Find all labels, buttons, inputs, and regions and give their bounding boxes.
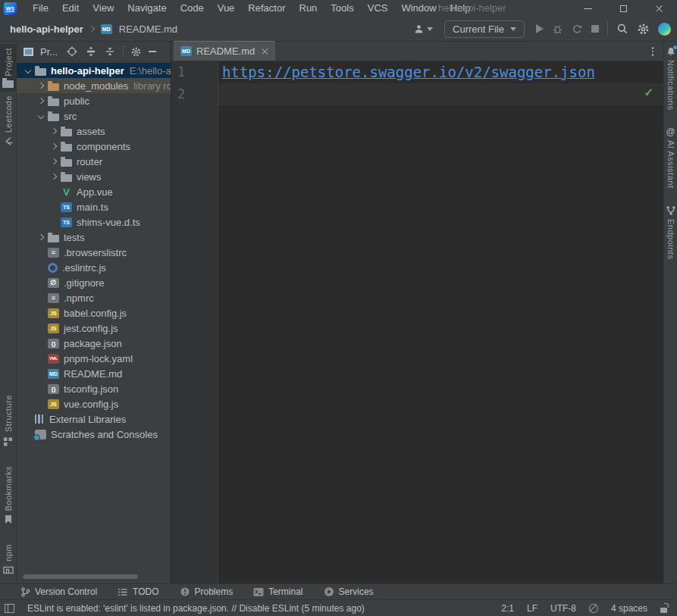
run-with-coverage-button[interactable] (572, 23, 583, 35)
tree-row[interactable]: .eslintrc.js (17, 260, 171, 275)
editor-body[interactable]: 1 2 https://petstore.swagger.io/v2/swagg… (171, 61, 663, 583)
chevron-right-icon[interactable] (36, 80, 47, 92)
tree-row[interactable]: views (17, 169, 171, 184)
run-button[interactable] (536, 24, 544, 33)
tree-row[interactable]: package.json (17, 336, 171, 351)
tab-close-icon[interactable] (261, 48, 268, 55)
chevron-down-icon[interactable] (23, 65, 34, 77)
breadcrumb-file[interactable]: README.md (119, 23, 177, 35)
inspections-ok-check-icon[interactable] (644, 86, 653, 99)
tree-row[interactable]: jest.config.js (17, 321, 171, 336)
menu-item-code[interactable]: Code (174, 0, 211, 17)
caret-position-widget[interactable]: 2:1 (501, 603, 514, 614)
tree-row[interactable]: pnpm-lock.yaml (17, 351, 171, 366)
tree-row[interactable]: vue.config.js (17, 396, 171, 411)
editor-code[interactable]: https://petstore.swagger.io/v2/swagger.j… (218, 61, 663, 583)
tree-row[interactable]: src (17, 108, 171, 124)
toolwindow-button-todo[interactable]: TODO (118, 586, 158, 597)
swagger-url-link[interactable]: https://petstore.swagger.io/v2/swagger.j… (222, 64, 595, 80)
menu-item-file[interactable]: File (26, 0, 55, 17)
menu-item-vue[interactable]: Vue (211, 0, 242, 17)
status-message[interactable]: ESLint is enabled: 'eslint' is listed in… (27, 603, 365, 614)
debug-button[interactable] (552, 23, 563, 35)
chevron-right-icon[interactable] (49, 126, 60, 137)
toolwindow-button-project[interactable]: Project (0, 44, 16, 92)
tree-row[interactable]: components (17, 139, 171, 154)
maximize-button[interactable] (606, 0, 641, 17)
highlighting-level-icon[interactable] (589, 604, 598, 613)
collapse-all-icon[interactable] (104, 45, 116, 58)
menu-item-navigate[interactable]: Navigate (121, 0, 173, 17)
toolwindow-button-services[interactable]: Services (324, 586, 374, 597)
tree-row[interactable]: tests (17, 230, 171, 245)
toolwindow-button-bookmarks[interactable]: Bookmarks (3, 462, 14, 529)
indent-widget[interactable]: 4 spaces (611, 603, 647, 614)
menu-item-vcs[interactable]: VCS (361, 0, 395, 17)
toolwindow-button-leetcode[interactable]: Leetcode (0, 92, 16, 150)
toolwindow-button-version-control[interactable]: Version Control (20, 586, 97, 597)
toolwindow-button-terminal[interactable]: Terminal (253, 586, 302, 597)
toolbar-divider (607, 22, 608, 36)
chevron-right-icon[interactable] (36, 232, 47, 243)
tree-row[interactable]: hello-api-helperE:\hello-api-helper (17, 63, 171, 78)
settings-gear-icon[interactable] (637, 23, 650, 36)
toolwindow-button-problems[interactable]: Problems (180, 586, 234, 597)
toolwindow-button-npm[interactable]: npm (3, 540, 14, 579)
layout-widget-icon[interactable] (5, 604, 14, 613)
editor-tab-readme[interactable]: README.md (174, 41, 275, 61)
menu-item-view[interactable]: View (86, 0, 121, 17)
code-line-1[interactable]: https://petstore.swagger.io/v2/swagger.j… (218, 61, 663, 83)
toolwindow-button-ai-assistant[interactable]: @ AI Assistant (666, 127, 675, 188)
tree-row[interactable]: App.vue (17, 184, 171, 199)
tree-row[interactable]: .npmrc (17, 290, 171, 305)
tree-row[interactable]: router (17, 154, 171, 169)
tree-row[interactable]: node_moduleslibrary root (17, 78, 171, 93)
menu-item-edit[interactable]: Edit (55, 0, 86, 17)
chevron-right-icon[interactable] (49, 156, 60, 167)
tree-row[interactable]: tsconfig.json (17, 381, 171, 396)
tree-row[interactable]: .browserslistrc (17, 245, 171, 260)
tree-item-label: jest.config.js (64, 323, 118, 334)
toolwindow-button-endpoints[interactable]: Endpoints (666, 205, 676, 259)
expand-all-icon[interactable] (85, 45, 97, 58)
search-everywhere-button[interactable] (616, 23, 628, 35)
tree-row[interactable]: babel.config.js (17, 305, 171, 321)
stop-button[interactable] (591, 25, 599, 33)
hide-panel-icon[interactable] (149, 51, 156, 52)
menu-item-tools[interactable]: Tools (324, 0, 360, 17)
tree-row[interactable]: public (17, 93, 171, 108)
tree-row[interactable]: External Libraries (17, 411, 171, 427)
line-separator-widget[interactable]: LF (527, 603, 538, 614)
tree-row[interactable]: Scratches and Consoles (17, 427, 171, 442)
tree-row[interactable]: main.ts (17, 199, 171, 214)
folder-icon (61, 159, 72, 167)
run-configuration-select[interactable]: Current File (444, 20, 525, 38)
encoding-widget[interactable]: UTF-8 (550, 603, 576, 614)
chevron-right-icon[interactable] (49, 141, 60, 152)
toolwindow-button-structure[interactable]: Structure (3, 391, 14, 449)
menu-item-refactor[interactable]: Refactor (241, 0, 292, 17)
menu-item-run[interactable]: Run (293, 0, 324, 17)
tree-row[interactable]: .gitignore (17, 275, 171, 290)
settings-sync-avatar[interactable] (658, 23, 671, 36)
tree-row[interactable]: assets (17, 124, 171, 139)
menu-item-window[interactable]: Window (394, 0, 443, 17)
tree-row[interactable]: shims-vue.d.ts (17, 214, 171, 230)
chevron-right-icon[interactable] (36, 95, 47, 107)
editor-options-kebab-icon[interactable] (652, 47, 654, 56)
project-view-icon[interactable] (24, 48, 33, 56)
breadcrumb-project[interactable]: hello-api-helper (10, 23, 83, 35)
horizontal-scrollbar-thumb[interactable] (23, 574, 138, 579)
chevron-right-icon[interactable] (49, 171, 60, 183)
toolwindow-button-notifications[interactable]: Notifications (666, 46, 676, 110)
toolwindow-label: npm (4, 544, 13, 561)
unlock-icon[interactable] (660, 603, 669, 613)
tree-row[interactable]: README.md (17, 366, 171, 381)
panel-options-gear-icon[interactable] (130, 46, 142, 58)
close-button[interactable] (641, 0, 677, 17)
minimize-button[interactable] (570, 0, 606, 17)
user-account-button[interactable] (413, 23, 433, 35)
locate-file-icon[interactable] (66, 45, 78, 58)
code-line-2-caret-line[interactable] (218, 83, 663, 105)
chevron-down-icon[interactable] (36, 111, 47, 122)
